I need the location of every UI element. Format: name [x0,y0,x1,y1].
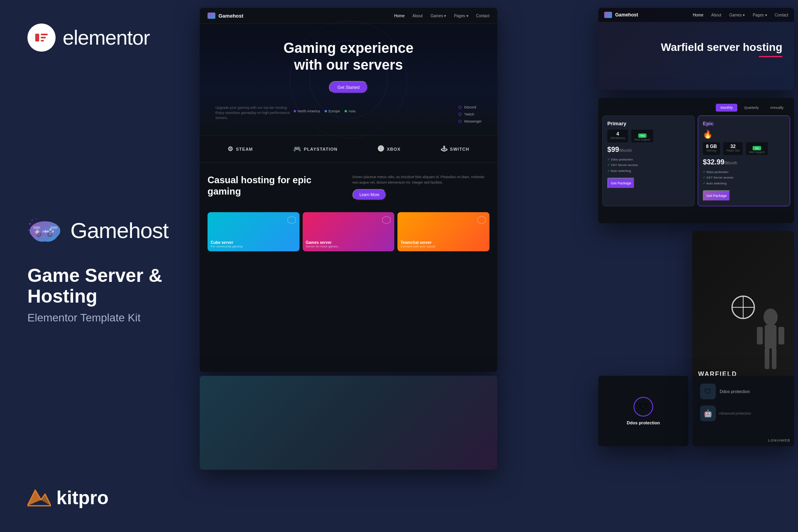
switch-icon: 🕹 [441,146,448,153]
warfield-nav: Gamehost Home About Games ▾ Pages ▾ Cont… [598,8,794,22]
nav-links: Home About Games ▾ Pages ▾ Contact [394,14,489,18]
game-card-3-sub: Connect with your squad [401,245,435,248]
protection-label: Ddos protection [627,420,660,425]
pricing-tab-quarterly[interactable]: Quarterly [739,104,763,112]
pricing-card-2-name: Epic [703,121,785,126]
warfield-game-card: WARFIELD [692,231,794,384]
game-card-1-name: Cube server [211,240,242,245]
playstation-icon: 🎮 [293,145,302,153]
steam-icon: ⚙ [227,145,233,153]
svg-rect-24 [33,226,40,229]
nav-pages[interactable]: Pages ▾ [454,14,468,18]
pricing-screenshot: Monthly Quarterly Annually Primary 4 GB … [598,98,794,223]
social-twitch: Twitch [459,112,482,116]
pricing-card-primary: Primary 4 GB Memory Yes Mod Support $99/… [602,115,695,206]
nav-logo-icon [208,13,215,19]
pricing-card-1-name: Primary [607,121,690,126]
social-icons: Discord Twitch Messenger [459,105,482,123]
gamehost-logo-text: Gamehost [70,218,168,243]
hosting-desc: Donec placerat metus odio, eu tincidunt … [352,175,489,185]
svg-rect-36 [765,348,769,369]
warfield-title: Warfield server hosting [661,41,782,54]
platform-section: ⚙ STEAM 🎮 PLAYSTATION 🅧 XBOX 🕹 SWITCH [200,135,497,163]
game-card-games[interactable]: Games server Server for more games... [303,212,395,251]
pricing-tab-monthly[interactable]: Monthly [716,104,738,112]
hero-subtitle: Upgrade your gaming with our top-tier ho… [215,105,294,120]
warfield-nav-links: Home About Games ▾ Pages ▾ Contact [693,13,788,17]
ddos-icon: 🛡 [700,384,716,399]
warfield-hero: Gamehost Home About Games ▾ Pages ▾ Cont… [598,8,794,90]
pricing-spec-players: 32 Player Slot [723,142,743,155]
warfield-underline [759,56,782,57]
hosting-title: Casual hosting for epic gaming [208,175,345,200]
pricing-price-1: $99/Month [607,146,690,154]
svg-marker-29 [288,216,296,224]
pricing-price-2: $32.99/Month [703,158,785,166]
ddos-robot-row: 🤖 Advanced protection [700,406,786,421]
svg-point-32 [764,308,778,326]
game-cards-row: Cube server For community gaming Games s… [200,212,497,259]
nav-contact[interactable]: Contact [476,14,489,18]
pricing-specs-2: 8 GB Memory 32 Player Slot Yes Mod Suppo… [703,142,785,155]
warfield-nav-about[interactable]: About [711,13,721,17]
bottom-screenshot [200,376,497,470]
protection-card: 🛡 Ddos protection [598,376,688,446]
main-title: Game Server & Hosting [27,265,168,307]
nav-home[interactable]: Home [394,14,405,18]
protection-card-inner: 🛡 Ddos protection [598,376,688,446]
svg-rect-35 [778,327,784,344]
elementor-logo: elementor [27,23,168,52]
get-package-btn-2[interactable]: Get Package [703,190,730,201]
svg-rect-34 [757,327,763,344]
game-card-3-name: Teamchat server [401,240,435,245]
svg-rect-25 [51,226,58,229]
svg-point-7 [28,230,29,231]
kitpro-logo: kitpro [27,487,168,509]
sub-title: Elementor Template Kit [27,312,168,324]
bottom-gradient [200,376,497,470]
warfield-nav-pages[interactable]: Pages ▾ [753,13,767,17]
hex-icon-3 [477,215,486,225]
svg-point-5 [31,219,33,221]
svg-point-4 [29,223,31,225]
nav-games[interactable]: Games ▾ [430,14,446,18]
pricing-card-epic: Epic 🔥 8 GB Memory 32 Player Slot Yes Mo… [698,115,790,206]
left-panel: elementor [0,0,196,532]
game-card-2-label: Games server Server for more games... [306,240,340,248]
lonia-watermark: LONIAWEB [768,438,791,442]
nav-about[interactable]: About [412,14,422,18]
soldier-silhouette [747,305,794,384]
ddos-icon-row: 🛡 Ddos protection [700,384,786,399]
pricing-tab-annually[interactable]: Annually [765,104,788,112]
svg-rect-33 [765,325,776,348]
epic-icon: 🔥 [703,130,785,139]
learn-more-button[interactable]: Learn More [352,189,386,200]
warfield-nav-contact[interactable]: Contact [775,13,788,17]
game-card-teamchat[interactable]: Teamchat server Connect with your squad [397,212,489,251]
game-card-1-label: Cube server For community gaming [211,240,242,248]
warfield-screenshot: Gamehost Home About Games ▾ Pages ▾ Cont… [598,8,794,90]
game-card-cube[interactable]: Cube server For community gaming [208,212,300,251]
platform-steam: ⚙ STEAM [227,145,253,153]
get-package-btn-1[interactable]: Get Package [607,178,635,189]
svg-marker-31 [478,216,486,224]
warfield-nav-games[interactable]: Games ▾ [729,13,745,17]
protection-icon: 🛡 [634,397,653,417]
description-section: Game Server & Hosting Elementor Template… [27,265,168,324]
hex-icon-1 [287,215,296,225]
pricing-specs-1: 4 GB Memory Yes Mod Support [607,130,690,142]
platform-xbox: 🅧 XBOX [378,146,401,153]
warfield-nav-home[interactable]: Home [693,13,704,17]
game-card-2-name: Games server [306,240,340,245]
elementor-icon [27,23,56,52]
pricing-spec-mod: Yes Mod Support [631,130,653,142]
gamehost-bold: Game [70,218,129,243]
svg-point-23 [48,233,51,236]
platform-switch: 🕹 SWITCH [441,146,469,153]
social-discord: Discord [459,105,482,109]
svg-rect-19 [43,231,47,232]
ddos-label: Ddos protection [720,389,750,394]
pricing-tabs: Monthly Quarterly Annually [598,98,794,115]
main-screenshot: Gamehost Home About Games ▾ Pages ▾ Cont… [200,8,497,372]
svg-point-6 [36,218,37,220]
